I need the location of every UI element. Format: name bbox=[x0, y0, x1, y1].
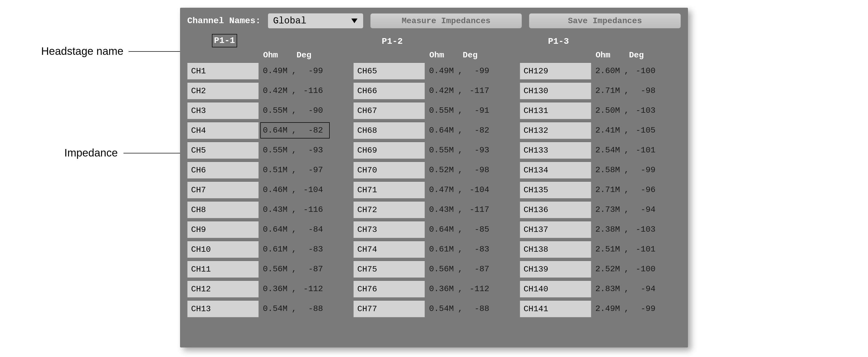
impedance-value-cell: 0.64M,-84 bbox=[259, 221, 348, 238]
channel-name-cell[interactable]: CH138 bbox=[520, 241, 591, 258]
channel-name-cell[interactable]: CH135 bbox=[520, 181, 591, 199]
channel-name-cell[interactable]: CH132 bbox=[520, 122, 591, 139]
ohm-value: 0.54M bbox=[263, 304, 292, 314]
channel-name-cell[interactable]: CH5 bbox=[187, 142, 259, 159]
channel-name-cell[interactable]: CH71 bbox=[353, 181, 425, 199]
channel-names-dropdown[interactable]: Global bbox=[268, 13, 363, 28]
channel-row: CH730.64M,-85 bbox=[353, 221, 515, 238]
ohm-value: 2.38M bbox=[595, 225, 624, 234]
channel-name-cell[interactable]: CH11 bbox=[187, 261, 259, 278]
ohm-value: 2.49M bbox=[595, 304, 624, 314]
channel-row: CH650.49M,-99 bbox=[353, 62, 515, 80]
channel-name-cell[interactable]: CH73 bbox=[353, 221, 425, 238]
ohm-value: 2.60M bbox=[595, 66, 624, 76]
channel-name-cell[interactable]: CH70 bbox=[353, 161, 425, 179]
headstage-title-row: P1-2 bbox=[353, 35, 515, 48]
channel-name-cell[interactable]: CH68 bbox=[353, 122, 425, 139]
channel-row: CH660.42M,-117 bbox=[353, 82, 515, 99]
channel-row: CH670.55M,-91 bbox=[353, 102, 515, 119]
channel-name-cell[interactable]: CH69 bbox=[353, 142, 425, 159]
deg-value: -98 bbox=[466, 165, 489, 175]
impedance-value-cell: 0.51M,-97 bbox=[259, 161, 348, 179]
channel-name-cell[interactable]: CH75 bbox=[353, 261, 425, 278]
deg-value: -100 bbox=[632, 66, 656, 76]
channel-name-cell[interactable]: CH137 bbox=[520, 221, 591, 238]
channel-row: CH80.43M,-116 bbox=[187, 201, 348, 218]
deg-value: -94 bbox=[632, 284, 656, 294]
deg-value: -100 bbox=[632, 264, 656, 274]
impedance-value-cell: 0.64M,-85 bbox=[425, 221, 515, 238]
channel-name-cell[interactable]: CH13 bbox=[187, 300, 259, 317]
headstage-title-row: P1-1 bbox=[187, 35, 348, 48]
deg-value: -104 bbox=[466, 185, 489, 195]
headstage-column: P1-1OhmDegCH10.49M,-99CH20.42M,-116CH30.… bbox=[187, 35, 348, 320]
deg-value: -104 bbox=[300, 185, 323, 195]
channel-row: CH770.54M,-88 bbox=[353, 300, 515, 317]
deg-header: Deg bbox=[629, 51, 644, 60]
channel-name-cell[interactable]: CH139 bbox=[520, 261, 591, 278]
deg-value: -96 bbox=[632, 185, 656, 195]
unit-header-row: OhmDeg bbox=[353, 48, 515, 62]
impedance-value-cell: 0.54M,-88 bbox=[259, 300, 348, 317]
channel-name-cell[interactable]: CH66 bbox=[353, 82, 425, 99]
measure-impedances-button[interactable]: Measure Impedances bbox=[370, 13, 522, 28]
channel-name-cell[interactable]: CH140 bbox=[520, 280, 591, 298]
ohm-value: 0.56M bbox=[429, 264, 458, 274]
channel-name-cell[interactable]: CH3 bbox=[187, 102, 259, 119]
annotation-headstage: Headstage name bbox=[41, 45, 123, 57]
channel-row: CH1402.83M,-94 bbox=[520, 280, 681, 298]
channel-name-cell[interactable]: CH6 bbox=[187, 161, 259, 179]
impedance-value-cell: 0.64M,-82 bbox=[259, 122, 348, 139]
channel-name-cell[interactable]: CH2 bbox=[187, 82, 259, 99]
channel-name-cell[interactable]: CH1 bbox=[187, 62, 259, 80]
channel-row: CH1412.49M,-99 bbox=[520, 300, 681, 317]
channel-row: CH710.47M,-104 bbox=[353, 181, 515, 199]
ohm-value: 0.55M bbox=[263, 145, 292, 155]
channel-name-cell[interactable]: CH9 bbox=[187, 221, 259, 238]
ohm-value: 0.49M bbox=[263, 66, 292, 76]
channel-name-cell[interactable]: CH76 bbox=[353, 280, 425, 298]
deg-value: -112 bbox=[466, 284, 489, 294]
channel-row: CH1382.51M,-101 bbox=[520, 241, 681, 258]
deg-header: Deg bbox=[297, 51, 311, 60]
channel-name-cell[interactable]: CH8 bbox=[187, 201, 259, 218]
save-impedances-button[interactable]: Save Impedances bbox=[529, 13, 681, 28]
deg-value: -105 bbox=[632, 126, 656, 135]
channel-row: CH30.55M,-90 bbox=[187, 102, 348, 119]
channel-name-cell[interactable]: CH7 bbox=[187, 181, 259, 199]
channel-row: CH1362.73M,-94 bbox=[520, 201, 681, 218]
channel-name-cell[interactable]: CH129 bbox=[520, 62, 591, 80]
channel-name-cell[interactable]: CH72 bbox=[353, 201, 425, 218]
channel-name-cell[interactable]: CH133 bbox=[520, 142, 591, 159]
channel-row: CH100.61M,-83 bbox=[187, 241, 348, 258]
ohm-value: 0.46M bbox=[263, 185, 292, 195]
channel-name-cell[interactable]: CH65 bbox=[353, 62, 425, 80]
channel-name-cell[interactable]: CH10 bbox=[187, 241, 259, 258]
deg-value: -99 bbox=[632, 165, 656, 175]
channel-name-cell[interactable]: CH67 bbox=[353, 102, 425, 119]
channel-name-cell[interactable]: CH12 bbox=[187, 280, 259, 298]
impedance-value-cell: 0.42M,-117 bbox=[425, 82, 515, 99]
impedance-value-cell: 0.56M,-87 bbox=[425, 261, 515, 278]
deg-value: -85 bbox=[466, 225, 489, 234]
channel-row: CH1392.52M,-100 bbox=[520, 261, 681, 278]
ohm-value: 0.64M bbox=[263, 126, 292, 135]
ohm-value: 0.43M bbox=[429, 205, 458, 214]
channel-row: CH720.43M,-117 bbox=[353, 201, 515, 218]
channel-name-cell[interactable]: CH4 bbox=[187, 122, 259, 139]
channel-name-cell[interactable]: CH130 bbox=[520, 82, 591, 99]
ohm-value: 0.61M bbox=[429, 244, 458, 254]
channel-name-cell[interactable]: CH134 bbox=[520, 161, 591, 179]
channel-name-cell[interactable]: CH136 bbox=[520, 201, 591, 218]
headstage-name: P1-1 bbox=[212, 34, 237, 47]
ohm-value: 0.42M bbox=[429, 86, 458, 95]
channel-row: CH120.36M,-112 bbox=[187, 280, 348, 298]
channel-name-cell[interactable]: CH131 bbox=[520, 102, 591, 119]
channel-name-cell[interactable]: CH141 bbox=[520, 300, 591, 317]
impedance-value-cell: 0.56M,-87 bbox=[259, 261, 348, 278]
channel-row: CH700.52M,-98 bbox=[353, 161, 515, 179]
channel-name-cell[interactable]: CH74 bbox=[353, 241, 425, 258]
channel-name-cell[interactable]: CH77 bbox=[353, 300, 425, 317]
headstage-name: P1-3 bbox=[548, 36, 569, 46]
deg-value: -93 bbox=[300, 145, 323, 155]
